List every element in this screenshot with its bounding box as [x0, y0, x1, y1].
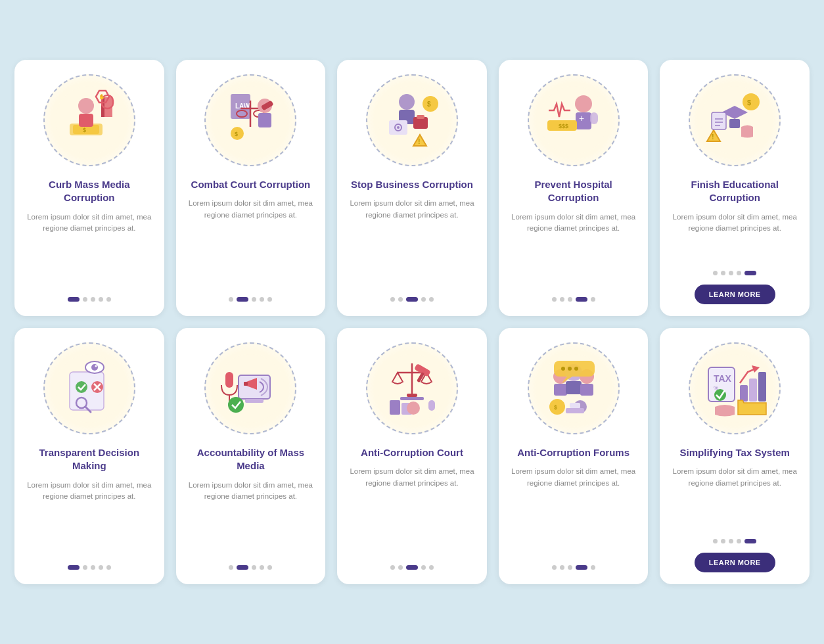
- dot-4[interactable]: [744, 271, 756, 275]
- svg-rect-44: [729, 119, 740, 128]
- svg-rect-106: [740, 385, 748, 402]
- svg-point-71: [228, 397, 244, 413]
- dot-0[interactable]: [552, 565, 557, 570]
- svg-rect-75: [407, 394, 417, 397]
- finish-educational-learn-button[interactable]: LEARN MORE: [695, 285, 775, 304]
- svg-rect-70: [244, 382, 248, 386]
- anti-corruption-court-illustration: [366, 342, 458, 434]
- stop-business-dots: [390, 297, 434, 302]
- svg-text:!: !: [712, 133, 714, 141]
- dot-2[interactable]: [729, 539, 733, 543]
- combat-court-illustration: LAW $: [204, 74, 296, 166]
- prevent-hospital-body: Lorem ipsum dolor sit dim amet, mea regi…: [511, 212, 637, 288]
- simplifying-tax-illustration: TAX %: [689, 342, 781, 434]
- dot-4[interactable]: [106, 565, 111, 570]
- dot-3[interactable]: [260, 565, 264, 570]
- dot-4[interactable]: [744, 539, 756, 543]
- dot-1[interactable]: [560, 565, 564, 570]
- dot-2[interactable]: [406, 565, 418, 570]
- svg-rect-77: [390, 400, 400, 415]
- dot-4[interactable]: [429, 297, 434, 302]
- dot-0[interactable]: [229, 297, 233, 302]
- curb-mass-media-dots: [68, 297, 111, 302]
- card-combat-court: LAW $ Combat Court CorruptionLorem ipsum…: [176, 60, 326, 316]
- dot-3[interactable]: [421, 565, 426, 570]
- dot-3[interactable]: [576, 297, 587, 302]
- simplifying-tax-learn-button[interactable]: LEARN MORE: [695, 553, 775, 572]
- card-grid: $ ✋ Curb Mass Media CorruptionLorem ipsu…: [14, 60, 810, 584]
- dot-4[interactable]: [267, 565, 272, 570]
- svg-point-56: [91, 364, 98, 371]
- dot-4[interactable]: [267, 297, 272, 302]
- curb-mass-media-body: Lorem ipsum dolor sit dim amet, mea regi…: [26, 212, 152, 288]
- svg-rect-89: [580, 384, 593, 396]
- dot-0[interactable]: [68, 297, 80, 302]
- dot-4[interactable]: [106, 297, 111, 302]
- card-transparent-decision: Transparent Decision MakingLorem ipsum d…: [14, 328, 164, 584]
- finish-educational-illustration: $ !: [689, 74, 781, 166]
- svg-rect-41: [590, 112, 598, 124]
- combat-court-title: Combat Court Corruption: [191, 178, 311, 191]
- dot-0[interactable]: [229, 565, 233, 570]
- svg-text:+: +: [579, 113, 584, 124]
- dot-1[interactable]: [237, 565, 248, 570]
- dot-0[interactable]: [713, 539, 718, 543]
- dot-2[interactable]: [91, 565, 95, 570]
- dot-3[interactable]: [260, 297, 264, 302]
- prevent-hospital-dots: [552, 297, 595, 302]
- dot-1[interactable]: [398, 565, 403, 570]
- dot-2[interactable]: [406, 297, 418, 302]
- svg-point-24: [399, 94, 415, 110]
- svg-text:✋: ✋: [99, 93, 105, 100]
- svg-text:!: !: [418, 137, 421, 145]
- dot-2[interactable]: [91, 297, 95, 302]
- dot-0[interactable]: [390, 297, 395, 302]
- dot-1[interactable]: [560, 297, 564, 302]
- dot-1[interactable]: [721, 539, 725, 543]
- dot-0[interactable]: [713, 271, 718, 275]
- accountability-mass-media-title: Accountability of Mass Media: [188, 446, 314, 473]
- svg-rect-5: [79, 114, 93, 127]
- finish-educational-title: Finish Educational Corruption: [672, 178, 798, 205]
- svg-text:$: $: [554, 404, 557, 411]
- card-stop-business: $ ! Stop Business CorruptionLorem ipsum …: [337, 60, 487, 316]
- dot-3[interactable]: [99, 297, 103, 302]
- anti-corruption-court-body: Lorem ipsum dolor sit dim amet, mea regi…: [349, 466, 475, 556]
- dot-2[interactable]: [568, 297, 572, 302]
- curb-mass-media-illustration: $ ✋: [43, 74, 135, 166]
- dot-0[interactable]: [552, 297, 557, 302]
- svg-rect-85: [554, 384, 567, 396]
- svg-text:$: $: [83, 127, 86, 133]
- card-finish-educational: $ ! Finish Educational CorruptionLorem i…: [660, 60, 810, 316]
- dot-0[interactable]: [68, 565, 80, 570]
- stop-business-body: Lorem ipsum dolor sit dim amet, mea regi…: [349, 198, 475, 288]
- anti-corruption-forums-body: Lorem ipsum dolor sit dim amet, mea regi…: [511, 466, 637, 556]
- dot-0[interactable]: [390, 565, 395, 570]
- transparent-decision-body: Lorem ipsum dolor sit dim amet, mea regi…: [26, 480, 152, 557]
- svg-rect-107: [749, 379, 757, 402]
- dot-4[interactable]: [591, 297, 595, 302]
- dot-3[interactable]: [576, 565, 587, 570]
- svg-point-36: [575, 95, 592, 112]
- dot-2[interactable]: [252, 297, 256, 302]
- dot-3[interactable]: [99, 565, 103, 570]
- svg-point-4: [78, 98, 94, 114]
- dot-3[interactable]: [737, 271, 741, 275]
- dot-4[interactable]: [429, 565, 434, 570]
- dot-2[interactable]: [568, 565, 572, 570]
- dot-1[interactable]: [83, 565, 87, 570]
- stop-business-illustration: $ !: [366, 74, 458, 166]
- dot-1[interactable]: [237, 297, 248, 302]
- transparent-decision-dots: [68, 565, 111, 570]
- stop-business-title: Stop Business Corruption: [351, 178, 473, 191]
- dot-2[interactable]: [252, 565, 256, 570]
- dot-1[interactable]: [83, 297, 87, 302]
- dot-2[interactable]: [729, 271, 733, 275]
- dot-1[interactable]: [398, 297, 403, 302]
- dot-1[interactable]: [721, 271, 725, 275]
- card-accountability-mass-media: Accountability of Mass MediaLorem ipsum …: [176, 328, 326, 584]
- dot-3[interactable]: [737, 539, 741, 543]
- svg-text:$: $: [747, 99, 751, 106]
- dot-3[interactable]: [421, 297, 426, 302]
- dot-4[interactable]: [591, 565, 595, 570]
